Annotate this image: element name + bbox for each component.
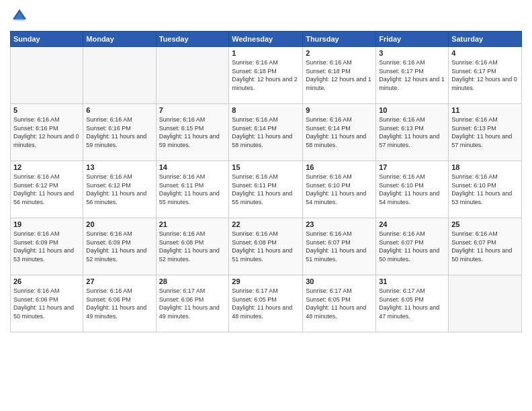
day-info: Sunrise: 6:16 AMSunset: 6:14 PMDaylight:… [232,116,300,149]
calendar-cell: 13Sunrise: 6:16 AMSunset: 6:12 PMDayligh… [83,161,156,218]
day-info: Sunrise: 6:16 AMSunset: 6:14 PMDaylight:… [306,116,373,149]
calendar-cell: 20Sunrise: 6:16 AMSunset: 6:09 PMDayligh… [83,218,156,275]
logo [10,7,32,26]
week-row-1: 5Sunrise: 6:16 AMSunset: 6:16 PMDaylight… [11,104,522,161]
calendar-cell: 30Sunrise: 6:17 AMSunset: 6:05 PMDayligh… [303,275,376,332]
calendar-cell [156,47,229,104]
calendar-cell: 28Sunrise: 6:17 AMSunset: 6:06 PMDayligh… [156,275,229,332]
day-info: Sunrise: 6:16 AMSunset: 6:17 PMDaylight:… [379,58,445,92]
day-number: 7 [159,106,226,114]
calendar-cell: 24Sunrise: 6:16 AMSunset: 6:07 PMDayligh… [376,218,449,275]
day-number: 24 [379,220,445,228]
day-info: Sunrise: 6:16 AMSunset: 6:08 PMDaylight:… [232,230,300,263]
day-number: 8 [232,106,300,114]
calendar-cell: 2Sunrise: 6:16 AMSunset: 6:18 PMDaylight… [303,47,376,104]
day-number: 26 [13,277,80,285]
day-number: 4 [451,49,519,57]
day-number: 12 [13,163,80,171]
day-info: Sunrise: 6:16 AMSunset: 6:07 PMDaylight:… [451,230,519,263]
calendar-cell: 4Sunrise: 6:16 AMSunset: 6:17 PMDaylight… [449,47,522,104]
day-number: 15 [232,163,300,171]
weekday-header-thursday: Thursday [303,32,376,47]
day-number: 17 [379,163,445,171]
calendar-table: SundayMondayTuesdayWednesdayThursdayFrid… [10,31,522,332]
week-row-3: 19Sunrise: 6:16 AMSunset: 6:09 PMDayligh… [11,218,522,275]
day-number: 16 [306,163,373,171]
weekday-header-wednesday: Wednesday [229,32,303,47]
day-info: Sunrise: 6:16 AMSunset: 6:08 PMDaylight:… [159,230,226,263]
day-info: Sunrise: 6:16 AMSunset: 6:07 PMDaylight:… [306,230,373,263]
day-info: Sunrise: 6:16 AMSunset: 6:13 PMDaylight:… [379,116,445,149]
calendar-cell: 22Sunrise: 6:16 AMSunset: 6:08 PMDayligh… [229,218,303,275]
calendar-cell: 25Sunrise: 6:16 AMSunset: 6:07 PMDayligh… [449,218,522,275]
day-number: 11 [451,106,519,114]
week-row-4: 26Sunrise: 6:16 AMSunset: 6:06 PMDayligh… [11,275,522,332]
day-number: 27 [86,277,152,285]
day-info: Sunrise: 6:16 AMSunset: 6:10 PMDaylight:… [306,173,373,206]
day-number: 14 [159,163,226,171]
day-number: 20 [86,220,152,228]
day-number: 30 [306,277,373,285]
day-info: Sunrise: 6:16 AMSunset: 6:07 PMDaylight:… [379,230,445,263]
day-info: Sunrise: 6:16 AMSunset: 6:13 PMDaylight:… [451,116,519,149]
weekday-header-monday: Monday [83,32,156,47]
calendar-cell: 26Sunrise: 6:16 AMSunset: 6:06 PMDayligh… [11,275,83,332]
calendar-cell: 16Sunrise: 6:16 AMSunset: 6:10 PMDayligh… [303,161,376,218]
day-number: 2 [306,49,373,57]
day-number: 22 [232,220,300,228]
day-info: Sunrise: 6:16 AMSunset: 6:10 PMDaylight:… [451,173,519,206]
day-info: Sunrise: 6:17 AMSunset: 6:06 PMDaylight:… [159,287,226,320]
calendar-cell [83,47,156,104]
weekday-header-tuesday: Tuesday [156,32,229,47]
day-info: Sunrise: 6:16 AMSunset: 6:06 PMDaylight:… [13,287,80,320]
page: SundayMondayTuesdayWednesdayThursdayFrid… [0,0,532,411]
calendar-cell: 10Sunrise: 6:16 AMSunset: 6:13 PMDayligh… [376,104,449,161]
calendar-cell [11,47,83,104]
day-info: Sunrise: 6:16 AMSunset: 6:18 PMDaylight:… [232,58,300,92]
calendar-cell: 8Sunrise: 6:16 AMSunset: 6:14 PMDaylight… [229,104,303,161]
day-info: Sunrise: 6:17 AMSunset: 6:05 PMDaylight:… [379,287,445,320]
calendar-cell: 18Sunrise: 6:16 AMSunset: 6:10 PMDayligh… [449,161,522,218]
calendar-cell [449,275,522,332]
day-number: 23 [306,220,373,228]
calendar-cell: 21Sunrise: 6:16 AMSunset: 6:08 PMDayligh… [156,218,229,275]
day-number: 18 [451,163,519,171]
day-number: 10 [379,106,445,114]
calendar-cell: 3Sunrise: 6:16 AMSunset: 6:17 PMDaylight… [376,47,449,104]
calendar-cell: 14Sunrise: 6:16 AMSunset: 6:11 PMDayligh… [156,161,229,218]
calendar-cell: 31Sunrise: 6:17 AMSunset: 6:05 PMDayligh… [376,275,449,332]
day-number: 13 [86,163,152,171]
weekday-header-row: SundayMondayTuesdayWednesdayThursdayFrid… [11,32,522,47]
day-info: Sunrise: 6:16 AMSunset: 6:11 PMDaylight:… [232,173,300,206]
day-info: Sunrise: 6:16 AMSunset: 6:11 PMDaylight:… [159,173,226,206]
calendar-cell: 23Sunrise: 6:16 AMSunset: 6:07 PMDayligh… [303,218,376,275]
calendar-cell: 11Sunrise: 6:16 AMSunset: 6:13 PMDayligh… [449,104,522,161]
day-info: Sunrise: 6:16 AMSunset: 6:12 PMDaylight:… [13,173,80,206]
day-number: 25 [451,220,519,228]
day-number: 21 [159,220,226,228]
day-number: 31 [379,277,445,285]
week-row-2: 12Sunrise: 6:16 AMSunset: 6:12 PMDayligh… [11,161,522,218]
day-info: Sunrise: 6:16 AMSunset: 6:10 PMDaylight:… [379,173,445,206]
calendar-cell: 19Sunrise: 6:16 AMSunset: 6:09 PMDayligh… [11,218,83,275]
day-info: Sunrise: 6:16 AMSunset: 6:15 PMDaylight:… [159,116,226,149]
calendar-cell: 7Sunrise: 6:16 AMSunset: 6:15 PMDaylight… [156,104,229,161]
day-info: Sunrise: 6:16 AMSunset: 6:09 PMDaylight:… [13,230,80,263]
day-info: Sunrise: 6:16 AMSunset: 6:12 PMDaylight:… [86,173,152,206]
day-info: Sunrise: 6:16 AMSunset: 6:09 PMDaylight:… [86,230,152,263]
calendar-cell: 12Sunrise: 6:16 AMSunset: 6:12 PMDayligh… [11,161,83,218]
calendar-cell: 5Sunrise: 6:16 AMSunset: 6:16 PMDaylight… [11,104,83,161]
calendar-cell: 29Sunrise: 6:17 AMSunset: 6:05 PMDayligh… [229,275,303,332]
header [10,7,522,26]
weekday-header-friday: Friday [376,32,449,47]
calendar-cell: 6Sunrise: 6:16 AMSunset: 6:16 PMDaylight… [83,104,156,161]
day-number: 9 [306,106,373,114]
day-number: 28 [159,277,226,285]
day-number: 29 [232,277,300,285]
calendar-cell: 9Sunrise: 6:16 AMSunset: 6:14 PMDaylight… [303,104,376,161]
week-row-0: 1Sunrise: 6:16 AMSunset: 6:18 PMDaylight… [11,47,522,104]
day-info: Sunrise: 6:16 AMSunset: 6:16 PMDaylight:… [13,116,80,149]
day-info: Sunrise: 6:17 AMSunset: 6:05 PMDaylight:… [306,287,373,320]
day-info: Sunrise: 6:16 AMSunset: 6:18 PMDaylight:… [306,58,373,92]
logo-icon [10,7,29,26]
